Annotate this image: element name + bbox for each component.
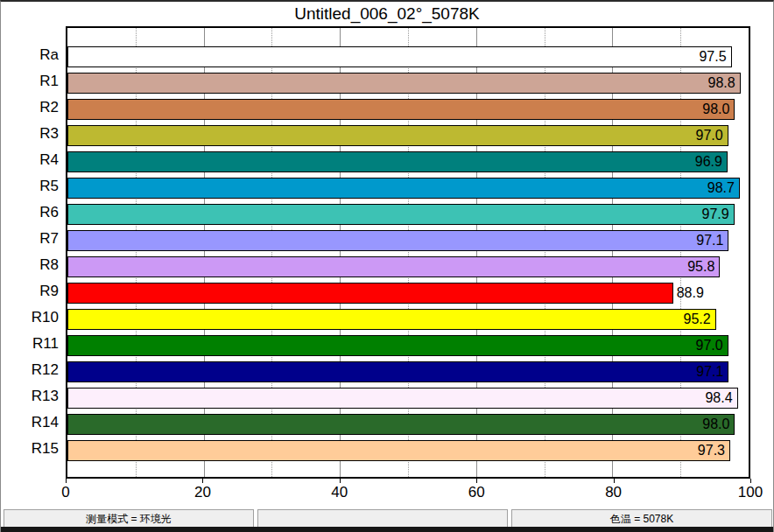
row-label-Ra: Ra [1,45,59,66]
tick-label-80: 80 [605,484,622,501]
row-label-R11: R11 [1,333,59,354]
bar-value-R7: 97.1 [676,230,723,251]
tick-mark-100 [750,479,751,483]
tick-mark-80 [614,479,615,483]
row-label-R9: R9 [1,281,59,302]
bar-R4 [67,151,728,172]
window-bottom-edge [1,527,773,532]
bar-value-R15: 97.3 [678,440,725,461]
tick-mark-40 [340,479,341,483]
gridline-minor-10 [136,28,137,477]
plot-area: 97.598.898.097.096.998.797.997.195.888.9… [66,26,750,479]
bar-row-R2: 98.0 [67,99,749,120]
bar-value-R13: 98.4 [686,388,733,409]
row-label-R1: R1 [1,71,59,92]
bar-R15 [67,440,730,461]
row-label-R4: R4 [1,150,59,171]
tick-mark-60 [476,479,477,483]
bar-row-R4: 96.9 [67,151,749,172]
bar-R8 [67,256,720,277]
gridline-major-40 [340,28,341,477]
bar-row-R10: 95.2 [67,309,749,330]
chart-title: Untitled_006_02°_5078K [1,4,773,24]
bar-row-R7: 97.1 [67,230,749,251]
bar-R7 [67,230,728,251]
gridline-major-20 [204,28,205,477]
bar-row-R9: 88.9 [67,283,749,304]
gridline-major-80 [612,28,613,477]
row-label-R10: R10 [1,307,59,328]
bar-row-R11: 97.0 [67,335,749,356]
bar-value-Ra: 97.5 [679,46,727,67]
bar-row-R13: 98.4 [67,388,749,409]
x-axis-tick-labels: 020406080100 [66,484,750,501]
row-label-R13: R13 [1,386,59,407]
bar-value-R8: 95.8 [667,256,714,277]
bar-row-Ra: 97.5 [67,46,749,67]
gridline-major-60 [476,28,477,477]
gridline-minor-30 [271,28,272,477]
bar-row-R6: 97.9 [67,204,749,225]
bar-R9 [67,283,673,304]
tick-label-20: 20 [194,484,211,501]
bar-R3 [67,125,728,146]
bar-value-R12: 97.1 [676,361,723,382]
row-label-R2: R2 [1,97,59,118]
bar-value-R14: 98.0 [682,414,729,435]
bar-row-R15: 97.3 [67,440,749,461]
bar-row-R12: 97.1 [67,361,749,382]
row-label-R7: R7 [1,228,59,249]
status-color-temperature: 色温 = 5078K [511,509,772,528]
bar-row-R3: 97.0 [67,125,749,146]
gridline-minor-50 [408,28,409,477]
bar-value-R3: 97.0 [676,125,723,146]
bar-R12 [67,361,728,382]
tick-mark-20 [202,479,203,483]
row-label-R15: R15 [1,438,59,459]
bar-value-R2: 98.0 [682,99,729,120]
tick-label-40: 40 [331,484,348,501]
bar-R13 [67,388,738,409]
bar-value-R10: 95.2 [664,309,711,330]
row-label-R5: R5 [1,176,59,197]
bar-row-R8: 95.8 [67,256,749,277]
bar-R14 [67,414,735,435]
status-middle-empty [257,509,508,528]
bar-R10 [67,309,716,330]
bar-value-R1: 98.8 [688,73,735,94]
bar-row-R1: 98.8 [67,73,749,94]
tick-label-100: 100 [738,484,763,501]
bar-R5 [67,178,740,199]
bar-Ra [67,46,732,67]
bar-R1 [67,73,741,94]
tick-mark-0 [66,479,67,483]
gridline-minor-70 [545,28,545,477]
bar-R11 [67,335,728,356]
bar-value-R9: 88.9 [677,283,704,304]
tick-label-0: 0 [61,484,69,501]
bar-row-R14: 98.0 [67,414,749,435]
gridline-minor-90 [680,28,681,477]
app-window: Untitled_006_02°_5078K 97.598.898.097.09… [0,0,774,532]
row-label-R14: R14 [1,412,59,433]
bar-R6 [67,204,735,225]
bar-value-R4: 96.9 [675,151,722,172]
row-label-R12: R12 [1,360,59,381]
bar-value-R11: 97.0 [676,335,723,356]
tick-label-60: 60 [468,484,485,501]
bar-row-R5: 98.7 [67,178,749,199]
status-measure-mode: 测量模式 = 环境光 [4,509,254,528]
bar-value-R6: 97.9 [682,204,729,225]
bar-R2 [67,99,735,120]
row-label-R3: R3 [1,123,59,144]
bar-value-R5: 98.7 [687,178,735,199]
row-label-R8: R8 [1,255,59,276]
row-label-R6: R6 [1,202,59,223]
